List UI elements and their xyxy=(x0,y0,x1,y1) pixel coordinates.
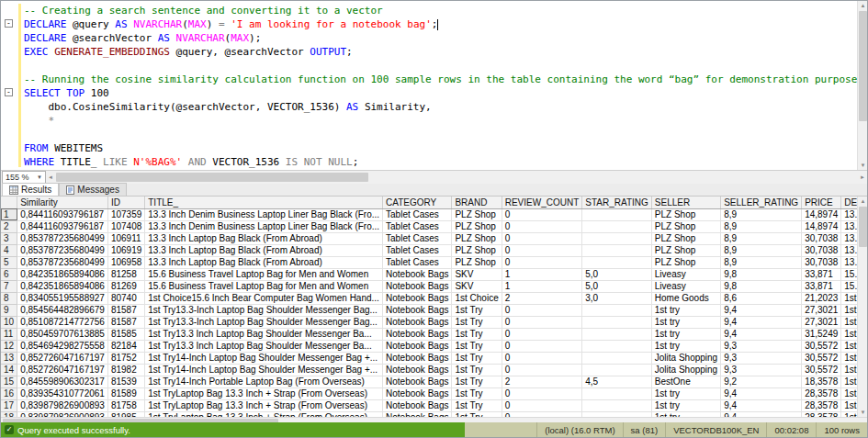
grid-cell[interactable]: 1st Try xyxy=(452,316,502,328)
column-header-title-[interactable]: TITLE_ xyxy=(145,197,383,208)
grid-cell[interactable]: 81258 xyxy=(107,268,144,280)
grid-cell[interactable]: PLZ Shop xyxy=(651,244,720,256)
grid-cell[interactable]: 81539 xyxy=(107,376,144,387)
grid-cell[interactable]: Tablet Cases xyxy=(383,256,452,268)
grid-cell[interactable]: 1st Try xyxy=(452,376,502,387)
grid-cell[interactable]: 1st Choice xyxy=(452,292,502,304)
grid-cell[interactable]: 13.3 Inch Laptop Bag Black (From Abroad) xyxy=(145,244,383,256)
grid-cell[interactable]: 8,9 xyxy=(721,244,802,256)
scroll-up-icon[interactable]: ▲ xyxy=(858,197,868,206)
grid-cell[interactable]: 82184 xyxy=(107,340,144,352)
grid-cell[interactable]: 0 xyxy=(502,340,582,352)
grid-cell[interactable]: 1st Try14-Inch Laptop Bag Shoulder Messe… xyxy=(145,364,383,376)
grid-cell[interactable]: 106911 xyxy=(107,232,144,244)
grid-cell[interactable] xyxy=(582,399,652,411)
grid-cell[interactable]: 28,3578 xyxy=(802,399,841,411)
grid-cell[interactable]: 1st Try13.3 Inch Laptop Bag Shoulder Mes… xyxy=(145,340,383,352)
grid-cell[interactable]: 1st Try13.3-Inch Laptop Bag Shoulder Mes… xyxy=(145,316,383,328)
grid-cell[interactable]: 3,0 xyxy=(582,292,652,304)
grid-cell[interactable] xyxy=(582,328,652,340)
grid-cell[interactable]: 8,6 xyxy=(721,292,802,304)
table-row[interactable]: 70,8423518658940868126915.6 Business Tra… xyxy=(1,280,859,292)
table-row[interactable]: 10,84411609379618710735913.3 Inch Denim … xyxy=(1,208,859,220)
table-row[interactable]: 60,8423518658940868125815.6 Business Tra… xyxy=(1,268,859,280)
column-header-price[interactable]: PRICE xyxy=(802,197,841,208)
grid-cell[interactable]: Jolita Shopping xyxy=(651,352,720,364)
grid-cell[interactable]: 1st Choice15.6 Inch Bear Computer Bag Wo… xyxy=(145,292,383,304)
grid-cell[interactable]: 1st try xyxy=(651,328,720,340)
grid-scroll-thumb[interactable] xyxy=(859,207,867,247)
grid-cell[interactable]: 106919 xyxy=(107,244,144,256)
grid-cell[interactable]: 0 xyxy=(502,220,582,232)
row-number-cell[interactable]: 2 xyxy=(1,220,17,232)
grid-cell[interactable]: 107408 xyxy=(107,220,144,232)
grid-cell[interactable] xyxy=(582,244,652,256)
grid-cell[interactable]: 0,844116093796187 xyxy=(17,208,108,220)
row-number-cell[interactable]: 12 xyxy=(1,340,17,352)
grid-cell[interactable]: 1st Try xyxy=(452,352,502,364)
grid-cell[interactable]: 0,854694298275558 xyxy=(17,340,108,352)
grid-cell[interactable]: Home Goods xyxy=(651,292,720,304)
column-header-star-rating[interactable]: STAR_RATING xyxy=(582,197,652,208)
table-row[interactable]: 120,854694298275558821841st Try13.3 Inch… xyxy=(1,340,859,352)
grid-cell[interactable]: 21,2023 xyxy=(802,292,841,304)
grid-cell[interactable]: 14,8974 xyxy=(802,208,841,220)
scroll-up-icon[interactable]: ▲ xyxy=(858,1,867,10)
grid-cell[interactable]: 1st try xyxy=(651,340,720,352)
grid-cell[interactable] xyxy=(582,220,652,232)
grid-cell[interactable]: 8,9 xyxy=(721,208,802,220)
scroll-left-icon[interactable]: ◄ xyxy=(46,171,55,184)
column-header-id[interactable]: ID xyxy=(107,197,144,208)
grid-cell[interactable]: 9,3 xyxy=(721,352,802,364)
grid-cell[interactable]: 31,5249 xyxy=(802,328,841,340)
scroll-down-icon[interactable]: ▼ xyxy=(858,408,868,417)
column-header-similarity[interactable]: Similarity xyxy=(17,197,108,208)
grid-cell[interactable]: 0,854564482896679 xyxy=(17,304,108,316)
grid-cell[interactable]: 0 xyxy=(502,328,582,340)
grid-cell[interactable]: PLZ Shop xyxy=(452,256,502,268)
grid-cell[interactable]: 30,7038 xyxy=(802,232,841,244)
grid-cell[interactable]: 30,5572 xyxy=(802,364,841,376)
grid-cell[interactable]: Notebook Bags xyxy=(383,304,452,316)
grid-cell[interactable]: Notebook Bags xyxy=(383,387,452,399)
grid-cell[interactable]: 106958 xyxy=(107,256,144,268)
fold-collapse-icon[interactable]: - xyxy=(5,19,13,28)
column-header-seller[interactable]: SELLER xyxy=(651,197,720,208)
row-number-cell[interactable]: 14 xyxy=(1,364,17,376)
grid-cell[interactable]: 5,0 xyxy=(582,280,652,292)
grid-cell[interactable]: 1st TryLaptop Bag 13.3 Inch + Strap (Fro… xyxy=(145,399,383,411)
grid-cell[interactable]: 1st try xyxy=(651,387,720,399)
grid-cell[interactable]: 0 xyxy=(502,232,582,244)
grid-cell[interactable]: 0,845598906302317 xyxy=(17,376,108,387)
grid-cell[interactable] xyxy=(582,387,652,399)
grid-cell[interactable]: 1st Try xyxy=(452,387,502,399)
grid-cell[interactable]: 30,7038 xyxy=(802,256,841,268)
table-row[interactable]: 40,85378723568049910691913.3 Inch Laptop… xyxy=(1,244,859,256)
grid-cell[interactable]: 80740 xyxy=(107,292,144,304)
table-row[interactable]: 30,85378723568049910691113.3 Inch Laptop… xyxy=(1,232,859,244)
grid-cell[interactable]: 1st TryLaptop Bag 13.3 Inch + Strap (Fro… xyxy=(145,387,383,399)
grid-cell[interactable]: 30,5572 xyxy=(802,352,841,364)
table-row[interactable]: 110,850459707613885815851st Try13.3 Inch… xyxy=(1,328,859,340)
grid-cell[interactable]: 8,9 xyxy=(721,220,802,232)
row-number-cell[interactable]: 11 xyxy=(1,328,17,340)
grid-cell[interactable]: 81752 xyxy=(107,352,144,364)
row-number-cell[interactable]: 15 xyxy=(1,376,17,387)
grid-cell[interactable]: 1st try xyxy=(651,304,720,316)
row-number-cell[interactable]: 3 xyxy=(1,232,17,244)
grid-cell[interactable]: 9,4 xyxy=(721,387,802,399)
grid-cell[interactable] xyxy=(582,208,652,220)
grid-cell[interactable]: Notebook Bags xyxy=(383,340,452,352)
table-row[interactable]: 160,839354310772061815891st TryLaptop Ba… xyxy=(1,387,859,399)
grid-cell[interactable]: 8,9 xyxy=(721,232,802,244)
grid-cell[interactable]: 1st Try xyxy=(452,340,502,352)
grid-cell[interactable]: 13.3 Inch Denim Business Laptop Liner Ba… xyxy=(145,208,383,220)
code-lines[interactable]: -- Creating a search sentence and conver… xyxy=(24,4,855,169)
grid-cell[interactable]: 9,8 xyxy=(721,280,802,292)
grid-cell[interactable]: 30,5572 xyxy=(802,340,841,352)
grid-cell[interactable]: PLZ Shop xyxy=(651,208,720,220)
grid-cell[interactable]: 81758 xyxy=(107,399,144,411)
row-number-cell[interactable]: 5 xyxy=(1,256,17,268)
grid-cell[interactable]: 33,871 xyxy=(802,268,841,280)
grid-cell[interactable]: 0 xyxy=(502,244,582,256)
